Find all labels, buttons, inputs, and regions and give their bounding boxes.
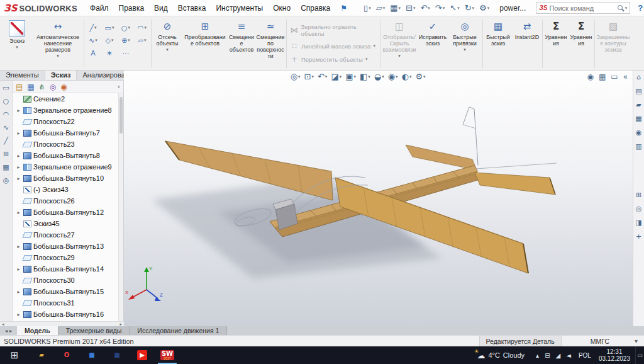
dropdown-arrow-icon[interactable]: ▾ xyxy=(443,6,445,11)
tree-horizontal-scrollbar[interactable]: ◂ ▸ xyxy=(0,321,124,326)
dropdown-arrow-icon[interactable]: ▾ xyxy=(413,6,416,11)
left-tool-grid-icon[interactable]: ⊞ xyxy=(3,150,9,158)
pane-tool-target-icon[interactable]: ◎ xyxy=(636,205,642,213)
select-arrow-icon[interactable]: ↖▾ xyxy=(447,3,462,13)
dropdown-arrow-icon[interactable]: ▾ xyxy=(369,6,371,11)
blue-app[interactable]: ■ xyxy=(79,346,104,364)
ribbon-button[interactable]: ⇄ Instant2D ▾ xyxy=(513,18,541,70)
propertymanager-tab-icon[interactable]: ▦ xyxy=(27,83,34,91)
line-tool-icon[interactable]: ╱▾ xyxy=(85,21,101,34)
menu-item[interactable]: Вид xyxy=(149,1,173,16)
tree-item[interactable]: Плоскость26 xyxy=(13,195,118,207)
featuremanager-tab-icon[interactable]: ▤ xyxy=(16,83,23,91)
dropdown-arrow-icon[interactable]: ▾ xyxy=(457,6,460,11)
tree-item[interactable]: Бобышка-Вытянуть7 xyxy=(13,127,118,139)
view-orientation-icon[interactable]: ▣▾ xyxy=(345,72,357,81)
action-center-button[interactable]: ▭ xyxy=(635,346,644,364)
tree-item[interactable]: (-) Эскиз43 xyxy=(13,184,118,195)
ribbon-button[interactable]: ∷ Линейный массив эскиза ▾ xyxy=(287,42,379,50)
point-tool-icon[interactable]: ∗▾ xyxy=(101,47,118,59)
tree-item[interactable]: Плоскость30 xyxy=(13,275,118,286)
search-input[interactable] xyxy=(549,4,616,12)
left-tool-rect-icon[interactable]: ▭ xyxy=(3,84,9,92)
units-selector[interactable]: ММГС xyxy=(591,338,609,345)
dropdown-arrow-icon[interactable]: ▾ xyxy=(383,6,386,11)
taskbar-clock[interactable]: 12:31 03.12.2023 xyxy=(594,348,635,362)
configurationmanager-tab-icon[interactable]: ⋔ xyxy=(39,83,45,91)
scroll-right-icon[interactable]: ▸ xyxy=(118,322,124,327)
edit-appearance-icon[interactable]: ◉▾ xyxy=(387,72,399,81)
document-name[interactable]: power... xyxy=(499,4,526,13)
ribbon-button[interactable]: ⊞ Преобразование объектов ▾ xyxy=(182,18,228,70)
expand-tabs-icon[interactable]: › xyxy=(118,82,120,91)
ribbon-button[interactable]: ◫ Отобразить/Скрыть взаимосвязи ▾ xyxy=(381,18,418,70)
expand-arrow-icon[interactable] xyxy=(16,244,21,249)
collapse-toolbar-icon[interactable]: « xyxy=(623,72,628,81)
weather-widget[interactable]: ☀ ☁ 4°C Cloudy xyxy=(470,346,531,364)
left-tool-target-icon[interactable]: ◎ xyxy=(3,176,9,185)
tree-item[interactable]: Плоскость27 xyxy=(13,229,118,241)
dropdown-arrow-icon[interactable]: ▾ xyxy=(57,54,59,59)
zoom-area-icon[interactable]: ⊡▾ xyxy=(304,72,314,81)
text-tool-icon[interactable]: A▾ xyxy=(85,47,101,59)
equations-button[interactable]: Σ Уравнения ▾ xyxy=(569,18,594,70)
ribbon-button[interactable]: ▨ Закрашенные контуры эскиза ▾ xyxy=(596,18,631,70)
left-tool-circle-icon[interactable]: ○ xyxy=(3,97,9,105)
command-tab[interactable]: Элементы xyxy=(0,71,45,80)
tree-item[interactable]: Плоскость23 xyxy=(13,139,118,150)
redo-icon[interactable]: ↷▾ xyxy=(433,3,447,13)
dropdown-arrow-icon[interactable]: ▾ xyxy=(16,45,18,50)
ribbon-button[interactable]: ≃ Смещение по поверхности ▾ xyxy=(255,18,286,70)
tree-item[interactable]: Зеркальное отражение9 xyxy=(13,161,118,173)
ribbon-button[interactable]: ◎ Быстрые привязки ▾ xyxy=(448,18,482,70)
left-tool-spline-icon[interactable]: ∿ xyxy=(3,123,9,132)
displaymanager-tab-icon[interactable]: ◉ xyxy=(60,83,67,91)
search-dropdown-icon[interactable]: ▾ xyxy=(625,6,628,11)
expand-arrow-icon[interactable] xyxy=(16,130,21,136)
tree-item[interactable]: Бобышка-Вытянуть13 xyxy=(13,241,118,252)
start-button[interactable]: ⊞ xyxy=(0,346,29,364)
tree-item[interactable]: Сечение2 xyxy=(13,93,118,105)
appearances-tab-icon[interactable]: ◉ xyxy=(636,128,642,137)
expand-arrow-icon[interactable] xyxy=(16,289,21,295)
sketch-button[interactable]: Эскиз ▾ xyxy=(1,18,33,70)
dropdown-arrow-icon[interactable]: ▾ xyxy=(428,6,430,11)
view-palette-tab-icon[interactable]: ▦ xyxy=(635,115,641,123)
status-options-icon[interactable]: ▾ xyxy=(635,338,638,344)
document-tab[interactable]: Трехмерные виды xyxy=(58,326,130,335)
file-explorer-app[interactable]: ▰ xyxy=(29,346,54,364)
render-sphere-icon[interactable]: ◉ xyxy=(587,72,593,81)
menu-item[interactable]: Окно xyxy=(268,1,296,16)
circle-tool-icon[interactable]: ○▾ xyxy=(118,21,134,34)
solidworks-app[interactable]: SW 2017 xyxy=(155,346,180,364)
scroll-left-icon[interactable]: ◂ xyxy=(0,322,6,327)
slot-tool-icon[interactable]: ▱▾ xyxy=(134,34,150,47)
undo-icon[interactable]: ↶▾ xyxy=(418,3,432,13)
network-icon[interactable]: ◢ xyxy=(556,352,561,359)
scroll-right-icon[interactable]: ▸ xyxy=(9,328,12,334)
tree-item[interactable]: Бобышка-Вытянуть15 xyxy=(13,286,118,297)
print-icon[interactable]: ⊟▾ xyxy=(403,3,418,13)
dropdown-arrow-icon[interactable]: ▾ xyxy=(472,6,475,11)
document-tab[interactable]: Исследование движения 1 xyxy=(130,326,227,335)
view-settings-icon[interactable]: ⚙▾ xyxy=(414,72,426,81)
help-button[interactable]: ?▾ xyxy=(638,3,644,13)
new-file-icon[interactable]: ▯▾ xyxy=(361,3,374,13)
expand-arrow-icon[interactable] xyxy=(16,153,21,159)
menu-item[interactable]: Вставка xyxy=(173,1,211,16)
expand-arrow-icon[interactable] xyxy=(16,210,21,215)
document-tab[interactable]: Модель xyxy=(17,326,58,335)
display-style-icon[interactable]: ◧▾ xyxy=(359,72,371,81)
section-view-icon[interactable]: ◪▾ xyxy=(330,72,342,81)
smart-dimension-button[interactable]: ↔ Автоматическое нанесение размеров ▾ xyxy=(33,18,83,70)
tree-item[interactable]: Плоскость22 xyxy=(13,116,118,127)
left-tool-pattern-icon[interactable]: ▦ xyxy=(3,163,9,171)
ribbon-button[interactable]: ⋈ Зеркально отразить объекты ▾ xyxy=(287,23,379,37)
hide-show-items-icon[interactable]: ◒▾ xyxy=(374,72,385,81)
expand-arrow-icon[interactable] xyxy=(16,164,21,170)
file-explorer-tab-icon[interactable]: ▰ xyxy=(636,101,641,109)
ribbon-button[interactable]: ≡ Смещение объектов ▾ xyxy=(228,18,255,70)
menu-item[interactable]: Справка xyxy=(296,1,335,16)
animation-icon[interactable]: ▦ xyxy=(599,72,606,81)
command-tab[interactable]: Эскиз xyxy=(45,71,77,80)
